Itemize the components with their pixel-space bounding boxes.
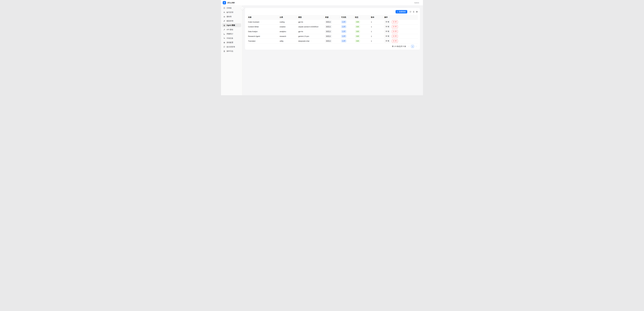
doc-icon bbox=[223, 50, 225, 52]
column-header-status: 状态 bbox=[354, 15, 370, 20]
cell-category: utility bbox=[278, 39, 297, 44]
reload-button[interactable] bbox=[409, 10, 412, 14]
sidebar-item-relay-tasks[interactable]: 中转任务 bbox=[222, 36, 241, 40]
status-tag: 活跃 bbox=[355, 35, 360, 38]
cell-source: 自定义 bbox=[324, 24, 340, 29]
cloud-icon bbox=[223, 16, 225, 18]
sidebar-item-label: 服务商 bbox=[226, 16, 232, 18]
app-body: 仪表盘 账号管理 服务商 模型管理 Agent 模板 API 密钥 bbox=[221, 6, 423, 95]
column-header-visibility: 可见性 bbox=[340, 15, 354, 20]
cell-version: 1 bbox=[370, 34, 383, 39]
pagination-next-button[interactable]: › bbox=[415, 45, 418, 48]
sidebar-item-providers[interactable]: 服务商 bbox=[222, 15, 241, 19]
cell-model: claude-sonnet-4-20250514 bbox=[297, 24, 324, 29]
cell-actions: 详 情 归 档 bbox=[383, 24, 418, 29]
sidebar-item-system-config[interactable]: 系统配置 bbox=[222, 41, 241, 45]
cell-version: 1 bbox=[370, 20, 383, 24]
detail-button[interactable]: 详 情 bbox=[384, 20, 390, 24]
sidebar-item-operation-logs[interactable]: 操作日志 bbox=[222, 49, 241, 53]
column-height-button[interactable] bbox=[412, 10, 414, 14]
pagination-page-1[interactable]: 1 bbox=[411, 45, 414, 48]
sidebar-item-label: 系统配置 bbox=[226, 41, 233, 44]
status-tag: 活跃 bbox=[355, 21, 360, 23]
detail-button[interactable]: 详 情 bbox=[384, 30, 390, 33]
sidebar-collapse-button[interactable]: ‹ bbox=[241, 7, 244, 10]
cell-visibility: 公开 bbox=[340, 29, 354, 34]
sidebar-item-dashboard[interactable]: 仪表盘 bbox=[222, 6, 241, 10]
cell-source: 自定义 bbox=[324, 29, 340, 34]
app-root: Z ZCLAW Admin 仪表盘 账号管理 服务商 模型管理 bbox=[221, 0, 423, 95]
cell-visibility: 公开 bbox=[340, 39, 354, 44]
status-tag: 活跃 bbox=[355, 40, 360, 42]
cell-name: Content Writer bbox=[247, 24, 278, 29]
cell-version: 1 bbox=[370, 29, 383, 34]
visibility-tag: 公开 bbox=[341, 35, 346, 38]
column-header-source: 来源 bbox=[324, 15, 340, 20]
detail-button[interactable]: 详 情 bbox=[384, 25, 390, 28]
sidebar-item-prompt-manage[interactable]: 提示词管理 bbox=[222, 45, 241, 49]
cell-visibility: 公开 bbox=[340, 34, 354, 39]
cell-actions: 详 情 归 档 bbox=[383, 20, 418, 24]
sidebar-item-api-keys[interactable]: API 密钥 bbox=[222, 28, 241, 32]
sidebar-item-agent-templates[interactable]: Agent 模板 bbox=[222, 23, 241, 27]
sidebar-item-models[interactable]: 模型管理 bbox=[222, 19, 241, 23]
sidebar-item-usage-stats[interactable]: 用量统计 bbox=[222, 32, 241, 36]
detail-button[interactable]: 详 情 bbox=[384, 35, 390, 38]
cell-name: Research Agent bbox=[247, 34, 278, 39]
brand-logo: Z bbox=[223, 1, 226, 5]
pagination-total-text: 第 1-5 条/总共 5 条 bbox=[392, 45, 406, 48]
cell-name: Code Assistant bbox=[247, 20, 278, 24]
cell-model: gpt-4o bbox=[297, 20, 324, 24]
cell-visibility: 公开 bbox=[340, 20, 354, 24]
sidebar-item-label: 账号管理 bbox=[226, 11, 233, 14]
cell-source: 自定义 bbox=[324, 20, 340, 24]
chart-icon bbox=[223, 33, 225, 35]
archive-button[interactable]: 归 档 bbox=[392, 30, 398, 33]
archive-button[interactable]: 归 档 bbox=[392, 35, 398, 38]
cell-category: analytics bbox=[278, 29, 297, 34]
source-tag: 自定义 bbox=[325, 30, 332, 33]
cell-model: deepseek-chat bbox=[297, 39, 324, 44]
cell-source: 自定义 bbox=[324, 34, 340, 39]
new-template-label: 新建模板 bbox=[399, 11, 406, 13]
swap-icon bbox=[223, 37, 225, 39]
source-tag: 自定义 bbox=[325, 40, 332, 42]
users-icon bbox=[223, 11, 225, 13]
archive-button[interactable]: 归 档 bbox=[392, 25, 398, 28]
cell-actions: 详 情 归 档 bbox=[383, 39, 418, 44]
pagination-prev-button[interactable]: ‹ bbox=[408, 45, 410, 48]
table-row: Translator utility deepseek-chat 自定义 公开 … bbox=[247, 39, 418, 44]
plug-icon bbox=[223, 20, 225, 22]
cell-actions: 详 情 归 档 bbox=[383, 34, 418, 39]
cell-source: 自定义 bbox=[324, 39, 340, 44]
status-tag: 活跃 bbox=[355, 25, 360, 28]
sidebar-item-label: 仪表盘 bbox=[226, 7, 232, 9]
sidebar-item-label: 中转任务 bbox=[226, 37, 233, 40]
cell-actions: 详 情 归 档 bbox=[383, 29, 418, 34]
cell-visibility: 公开 bbox=[340, 24, 354, 29]
pagination: 第 1-5 条/总共 5 条 ‹ 1 › bbox=[247, 44, 418, 50]
visibility-tag: 公开 bbox=[341, 21, 346, 23]
chevron-left-icon: ‹ bbox=[242, 7, 242, 9]
top-header: Z ZCLAW Admin bbox=[221, 0, 423, 6]
cell-status: 活跃 bbox=[354, 39, 370, 44]
detail-button[interactable]: 详 情 bbox=[384, 40, 390, 43]
source-tag: 自定义 bbox=[325, 25, 332, 28]
visibility-tag: 公开 bbox=[341, 25, 346, 28]
settings-button[interactable] bbox=[416, 10, 418, 14]
cell-category: creative bbox=[278, 24, 297, 29]
visibility-tag: 公开 bbox=[341, 30, 346, 33]
cell-status: 活跃 bbox=[354, 20, 370, 24]
new-template-button[interactable]: + 新建模板 bbox=[396, 10, 407, 14]
key-icon bbox=[223, 29, 225, 31]
archive-button[interactable]: 归 档 bbox=[392, 20, 398, 24]
archive-button[interactable]: 归 档 bbox=[392, 40, 398, 43]
cell-model: gemini-2.5-pro bbox=[297, 34, 324, 39]
chat-icon bbox=[223, 46, 225, 48]
sidebar-item-accounts[interactable]: 账号管理 bbox=[222, 11, 241, 14]
table-row: Code Assistant coding gpt-4o 自定义 公开 活跃 1… bbox=[247, 20, 418, 24]
column-height-icon bbox=[413, 11, 414, 13]
robot-icon bbox=[223, 24, 225, 26]
settings-icon bbox=[416, 11, 418, 13]
cell-status: 活跃 bbox=[354, 29, 370, 34]
